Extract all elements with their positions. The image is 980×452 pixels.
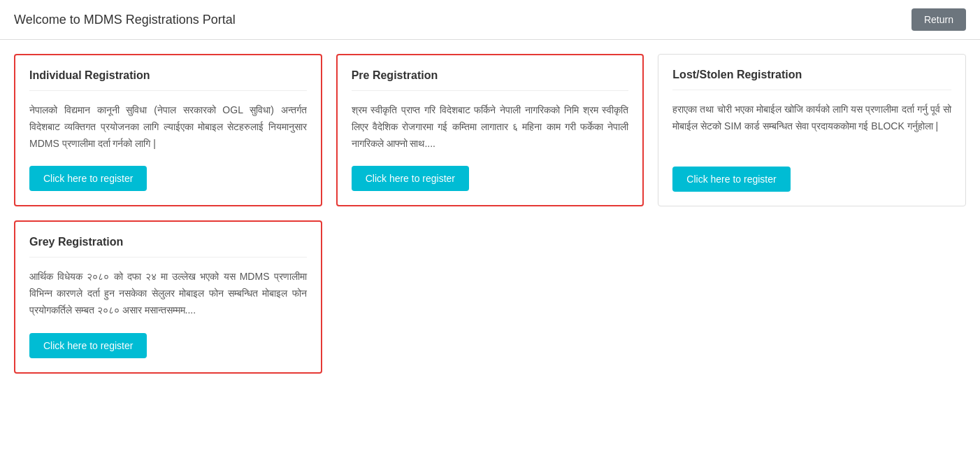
- empty-col-2: [336, 220, 644, 373]
- grey-card-description: आर्थिक विधेयक २०८० को दफा २४ मा उल्लेख भ…: [29, 269, 307, 318]
- return-button[interactable]: Return: [911, 8, 966, 31]
- individual-card-title: Individual Registration: [29, 69, 307, 91]
- grey-registration-card: Grey Registration आर्थिक विधेयक २०८० को …: [14, 220, 322, 373]
- pre-card-title: Pre Registration: [352, 69, 629, 91]
- lost-stolen-registration-card: Lost/Stolen Registration हराएका तथा चोरी…: [658, 54, 966, 206]
- pre-registration-card: Pre Registration श्रम स्वीकृति प्राप्त ग…: [336, 54, 644, 206]
- empty-col-3: [658, 220, 966, 373]
- individual-registration-card: Individual Registration नेपालको विद्यमान…: [14, 54, 322, 206]
- page-header: Welcome to MDMS Registrations Portal Ret…: [0, 0, 980, 40]
- individual-card-description: नेपालको विद्यमान कानूनी सुविधा (नेपाल सर…: [29, 102, 307, 152]
- pre-card-description: श्रम स्वीकृति प्राप्त गरि विदेशबाट फर्कि…: [352, 102, 629, 152]
- lost-stolen-register-button[interactable]: Click here to register: [672, 167, 790, 192]
- top-cards-grid: Individual Registration नेपालको विद्यमान…: [14, 54, 966, 206]
- grey-card-title: Grey Registration: [29, 236, 307, 257]
- bottom-cards-grid: Grey Registration आर्थिक विधेयक २०८० को …: [14, 220, 966, 373]
- lost-stolen-card-description: हराएका तथा चोरी भएका मोबाईल खोजि कार्यको…: [672, 101, 951, 153]
- lost-stolen-card-title: Lost/Stolen Registration: [672, 69, 951, 90]
- grey-register-button[interactable]: Click here to register: [29, 333, 147, 358]
- individual-register-button[interactable]: Click here to register: [29, 166, 147, 191]
- main-content: Individual Registration नेपालको विद्यमान…: [0, 40, 980, 388]
- pre-register-button[interactable]: Click here to register: [352, 166, 469, 191]
- page-title: Welcome to MDMS Registrations Portal: [14, 13, 236, 27]
